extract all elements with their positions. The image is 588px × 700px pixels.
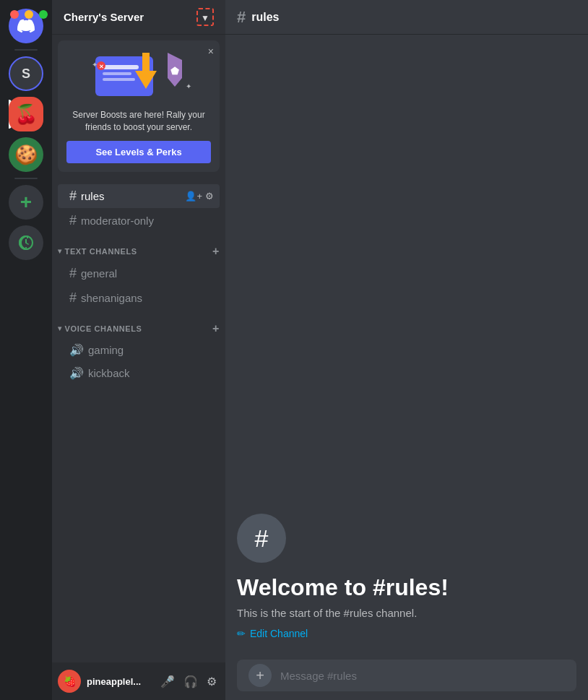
voice-icon: 🔊 (69, 343, 84, 357)
hash-icon: # (69, 290, 77, 306)
username: pineapplel... (87, 676, 152, 687)
headset-icon[interactable]: 🎧 (181, 672, 201, 691)
edit-channel-label: Edit Channel (250, 628, 308, 639)
sidebar-item-cookie-server[interactable]: 🍪 (9, 137, 43, 172)
message-area: # Welcome to #rules! This is the start o… (225, 35, 588, 651)
settings-icon[interactable]: ⚙ (205, 191, 214, 202)
svg-rect-1 (103, 65, 139, 69)
maximize-button[interactable] (39, 10, 48, 19)
channel-name: shenanigans (81, 292, 142, 304)
user-info: pineapplel... (87, 676, 152, 687)
channel-sidebar: Cherry's Server ▼ × ✕ (52, 0, 225, 700)
explore-button[interactable] (9, 225, 43, 260)
voice-icon: 🔊 (69, 366, 84, 380)
server-sidebar: S 🍒 🍪 + (0, 0, 52, 700)
microphone-icon[interactable]: 🎤 (157, 672, 178, 691)
boost-illustration: ✕ ⬟ ✦ ✦ (66, 49, 211, 103)
category-label: VOICE CHANNELS (65, 324, 142, 333)
channel-name: rules (81, 190, 105, 202)
add-file-button[interactable]: + (248, 664, 272, 687)
boost-levels-button[interactable]: See Levels & Perks (66, 141, 211, 163)
svg-text:⬟: ⬟ (170, 65, 179, 77)
traffic-lights (10, 10, 48, 19)
server-divider-2 (14, 178, 38, 179)
s-server-label: S (22, 66, 30, 82)
category-voice-channels[interactable]: ▾ VOICE CHANNELS + (52, 311, 225, 338)
channel-name: kickback (88, 367, 130, 379)
svg-rect-2 (103, 72, 131, 75)
message-input-wrapper: + (237, 660, 576, 691)
category-text-channels[interactable]: ▾ TEXT CHANNELS + (52, 233, 225, 261)
channel-header-name: rules (251, 11, 279, 24)
message-input-bar: + (225, 651, 588, 700)
svg-text:✦: ✦ (92, 61, 98, 69)
channel-header: # rules (225, 0, 588, 35)
category-arrow: ▾ (58, 324, 62, 332)
channel-name: gaming (88, 344, 124, 356)
pencil-icon: ✏ (237, 628, 246, 639)
close-button[interactable] (10, 10, 19, 19)
channel-item-moderator-only[interactable]: # moderator-only (58, 209, 220, 233)
hash-icon: # (69, 266, 77, 281)
category-label: TEXT CHANNELS (65, 247, 137, 256)
svg-rect-3 (103, 78, 135, 81)
category-arrow: ▾ (58, 247, 62, 255)
sidebar-item-s-server[interactable]: S (9, 56, 43, 91)
channel-actions-rules: 👤+ ⚙ (185, 191, 214, 202)
cherry-server-wrapper: 🍒 (9, 97, 43, 131)
hash-icon: # (69, 213, 77, 228)
server-divider (14, 49, 38, 51)
settings-icon[interactable]: ⚙ (204, 672, 220, 691)
sidebar-item-cherry-server[interactable]: 🍒 (9, 97, 43, 131)
add-voice-channel-button[interactable]: + (212, 322, 220, 335)
boost-close-button[interactable]: × (208, 46, 214, 56)
svg-text:✦: ✦ (186, 82, 191, 90)
boost-popup: × ✕ ⬟ ✦ ✦ (58, 40, 220, 172)
message-input[interactable] (280, 670, 565, 682)
svg-text:✕: ✕ (99, 64, 104, 70)
welcome-icon: # (237, 514, 286, 563)
channel-item-kickback[interactable]: 🔊 kickback (58, 362, 220, 384)
channel-header-hash: # (237, 8, 246, 27)
channel-item-general[interactable]: # general (58, 262, 220, 285)
channel-item-rules[interactable]: # rules 👤+ ⚙ (58, 184, 220, 208)
server-header[interactable]: Cherry's Server ▼ (52, 0, 225, 35)
channel-name: moderator-only (81, 215, 154, 227)
edit-channel-link[interactable]: ✏ Edit Channel (237, 628, 576, 639)
add-channel-button[interactable]: + (212, 245, 220, 258)
channel-item-gaming[interactable]: 🔊 gaming (58, 339, 220, 361)
welcome-description: This is the start of the #rules channel. (237, 607, 576, 619)
boost-popup-text: Server Boosts are here! Rally your frien… (66, 109, 211, 134)
channel-name: general (81, 267, 117, 280)
welcome-section: # Welcome to #rules! This is the start o… (237, 514, 576, 639)
user-controls: 🎤 🎧 ⚙ (157, 672, 220, 691)
welcome-title: Welcome to #rules! (237, 574, 576, 601)
server-name: Cherry's Server (64, 11, 144, 23)
hash-icon: # (69, 189, 77, 204)
channel-item-shenanigans[interactable]: # shenanigans (58, 286, 220, 310)
invite-icon[interactable]: 👤+ (185, 191, 202, 202)
main-content: # rules # Welcome to #rules! This is the… (225, 0, 588, 700)
add-server-button[interactable]: + (9, 185, 43, 220)
avatar[interactable]: 🍓 (58, 670, 81, 693)
dropdown-icon[interactable]: ▼ (196, 8, 214, 26)
user-panel: 🍓 pineapplel... 🎤 🎧 ⚙ (52, 662, 225, 700)
channels-list: # rules 👤+ ⚙ # moderator-only ▾ TEXT CHA… (52, 178, 225, 662)
minimize-button[interactable] (25, 10, 33, 19)
